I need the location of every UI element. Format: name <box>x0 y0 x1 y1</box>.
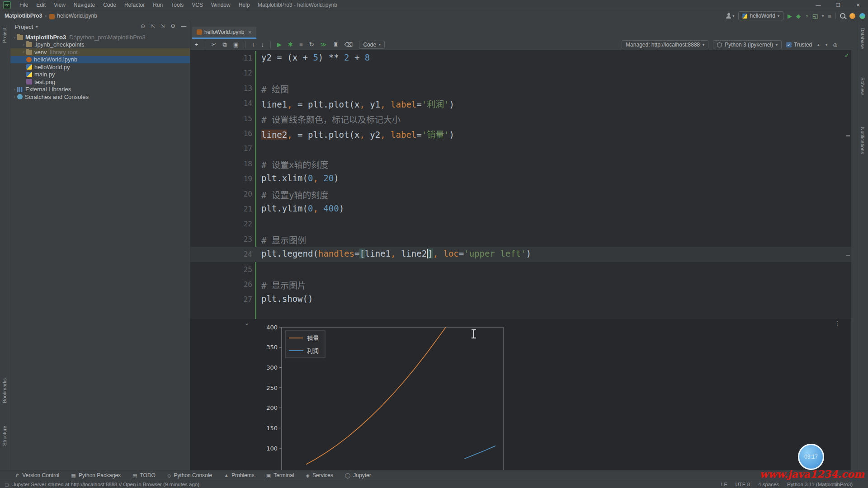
tree-item-helloworld-py[interactable]: helloWorld.py <box>10 63 190 71</box>
stripe-project[interactable]: Project <box>2 28 7 43</box>
run-all-cells-icon[interactable]: ✱ <box>288 42 293 47</box>
tree-item-scratches-and-consoles[interactable]: ›Scratches and Consoles <box>10 93 190 101</box>
code-line-12[interactable]: 12 <box>190 66 851 80</box>
code-line-27[interactable]: 27plt.show() <box>190 292 851 307</box>
code-line-20[interactable]: 20# 设置y轴的刻度 <box>190 187 851 202</box>
run-cell-icon[interactable]: ▶ <box>277 42 282 47</box>
stripe-sciview[interactable]: SciView <box>860 77 865 95</box>
tree-chevron-icon[interactable]: ⌄ <box>12 35 17 39</box>
stripe-notifications[interactable]: Notifications <box>860 127 865 154</box>
menu-help[interactable]: Help <box>235 0 254 10</box>
stripe-structure[interactable]: Structure <box>2 426 7 446</box>
cell-type-select[interactable]: Code ▾ <box>359 41 385 49</box>
tree-item-venv[interactable]: ›venvlibrary root <box>10 48 190 56</box>
expand-all-icon[interactable]: ⇱ <box>151 23 155 29</box>
settings-gear-icon[interactable]: ⚙ <box>170 23 175 29</box>
menu-vcs[interactable]: VCS <box>188 0 207 10</box>
run-configuration-select[interactable]: helloWorld ▾ <box>738 11 783 20</box>
menu-navigate[interactable]: Navigate <box>70 0 99 10</box>
code-line-14[interactable]: 14line1, = plt.plot(x, y1, label='利润') <box>190 96 851 111</box>
user-menu[interactable]: ▾ <box>726 13 734 19</box>
menu-view[interactable]: View <box>50 0 70 10</box>
menu-code[interactable]: Code <box>99 0 120 10</box>
coverage-button[interactable]: ◱ <box>812 13 818 19</box>
move-cell-up-icon[interactable]: ↑ <box>252 42 255 47</box>
tree-chevron-icon[interactable]: › <box>12 94 17 99</box>
prev-cell-button[interactable]: ▲ <box>816 43 820 47</box>
status-message[interactable]: ▢ Jupyter Server started at http://local… <box>5 482 199 487</box>
tree-item-matplotlibpro3[interactable]: ⌄MatplotlibPro3D:\python_pro\MatplotlibP… <box>10 33 190 41</box>
code-line-25[interactable]: 25 <box>190 262 851 277</box>
code-editor[interactable]: 11y2 = (x + 5) ** 2 + 81213# 绘图14line1, … <box>190 51 851 319</box>
code-line-26[interactable]: 26# 显示图片 <box>190 277 851 292</box>
breadcrumb-file[interactable]: helloWorld.ipynb <box>57 13 97 19</box>
code-line-22[interactable]: 22 <box>190 216 851 231</box>
next-cell-button[interactable]: ▼ <box>825 43 828 47</box>
tree-chevron-icon[interactable]: › <box>21 50 26 54</box>
add-cell-icon[interactable]: + <box>195 42 198 47</box>
status-python-3-11-matplotlibpro3-[interactable]: Python 3.11 (MatplotlibPro3) <box>787 482 853 487</box>
interrupt-kernel-icon[interactable]: ♜ <box>333 42 338 47</box>
tree-item-test-png[interactable]: test.png <box>10 78 190 86</box>
move-cell-down-icon[interactable]: ↓ <box>261 42 264 47</box>
tree-item-main-py[interactable]: main.py <box>10 71 190 79</box>
toolwindow-python-console[interactable]: ◇Python Console <box>167 472 212 479</box>
settings-sync-icon[interactable] <box>859 13 865 19</box>
delete-cell-icon[interactable]: ⌫ <box>344 42 353 47</box>
restart-kernel-icon[interactable]: ↻ <box>309 42 314 47</box>
toolwindow-terminal[interactable]: ▣Terminal <box>266 472 294 479</box>
toolwindow-problems[interactable]: ▲Problems <box>224 472 255 479</box>
code-line-18[interactable]: 18# 设置x轴的刻度 <box>190 156 851 171</box>
menu-refactor[interactable]: Refactor <box>120 0 149 10</box>
hide-panel-icon[interactable]: — <box>181 23 186 29</box>
stop-button[interactable]: ■ <box>828 13 831 19</box>
toolwindow-python-packages[interactable]: ▦Python Packages <box>71 472 121 479</box>
menu-edit[interactable]: Edit <box>32 0 50 10</box>
status-utf-8[interactable]: UTF-8 <box>735 482 750 487</box>
collapse-output-icon[interactable]: ⌄ <box>245 320 249 326</box>
stripe-bookmarks[interactable]: Bookmarks <box>2 378 7 403</box>
toolwindow-version-control[interactable]: ↱Version Control <box>15 472 59 479</box>
cut-cell-icon[interactable]: ✂ <box>212 42 217 47</box>
code-line-11[interactable]: 11y2 = (x + 5) ** 2 + 8 <box>190 51 851 66</box>
code-line-15[interactable]: 15# 设置线条颜色，标记以及标记大小 <box>190 111 851 126</box>
stripe-database[interactable]: Database <box>860 28 865 49</box>
copy-cell-icon[interactable]: ⧉ <box>223 42 227 47</box>
status-4-spaces[interactable]: 4 spaces <box>758 482 779 487</box>
close-button[interactable]: ✕ <box>848 0 868 10</box>
jupyter-server-select[interactable]: Managed: http://localhost:8888 ▾ <box>622 40 708 49</box>
code-line-24[interactable]: 24plt.legend(handles=[line1, line2], loc… <box>190 247 851 262</box>
tree-chevron-icon[interactable]: › <box>21 42 26 47</box>
tree-item-helloworld-ipynb[interactable]: helloWorld.ipynb <box>10 56 190 64</box>
output-menu-icon[interactable]: ⋮ <box>834 320 840 327</box>
status-lf[interactable]: LF <box>721 482 727 487</box>
menu-tools[interactable]: Tools <box>167 0 188 10</box>
event-log-icon[interactable]: ▢ <box>5 482 9 487</box>
maximize-button[interactable]: ❐ <box>828 0 848 10</box>
tree-item--ipynb-checkpoints[interactable]: ›.ipynb_checkpoints <box>10 41 190 49</box>
code-line-19[interactable]: 19plt.xlim(0, 20) <box>190 171 851 186</box>
tab-helloworld-ipynb[interactable]: helloWorld.ipynb ✕ <box>192 27 256 39</box>
breadcrumb-project[interactable]: MatplotlibPro3 <box>5 13 42 19</box>
tree-chevron-icon[interactable]: › <box>12 87 17 92</box>
run-all-below-icon[interactable]: ≫ <box>321 42 327 47</box>
promo-icon[interactable] <box>849 13 855 19</box>
kernel-select[interactable]: Python 3 (ipykernel) ▾ <box>713 40 782 49</box>
locate-icon[interactable]: ⊙ <box>141 23 145 29</box>
tab-close-icon[interactable]: ✕ <box>248 30 252 35</box>
toolwindow-jupyter[interactable]: ◯Jupyter <box>345 472 371 479</box>
tree-item-external-libraries[interactable]: ›External Libraries <box>10 86 190 94</box>
menu-run[interactable]: Run <box>149 0 167 10</box>
run-button[interactable]: ▶ <box>788 13 792 19</box>
code-line-21[interactable]: 21plt.ylim(0, 400) <box>190 202 851 216</box>
toolwindow-services[interactable]: ◈Services <box>306 472 333 479</box>
menu-file[interactable]: File <box>15 0 32 10</box>
code-line-23[interactable]: 23# 显示图例 <box>190 232 851 247</box>
code-line-17[interactable]: 17 <box>190 141 851 156</box>
stop-kernel-icon[interactable]: ■ <box>299 42 303 47</box>
code-line-16[interactable]: 16line2, = plt.plot(x, y2, label='销量') <box>190 126 851 141</box>
paste-cell-icon[interactable]: ▣ <box>233 42 239 47</box>
toolwindow-todo[interactable]: ▤TODO <box>132 472 156 479</box>
menu-window[interactable]: Window <box>207 0 235 10</box>
collapse-all-icon[interactable]: ⇲ <box>160 23 165 29</box>
